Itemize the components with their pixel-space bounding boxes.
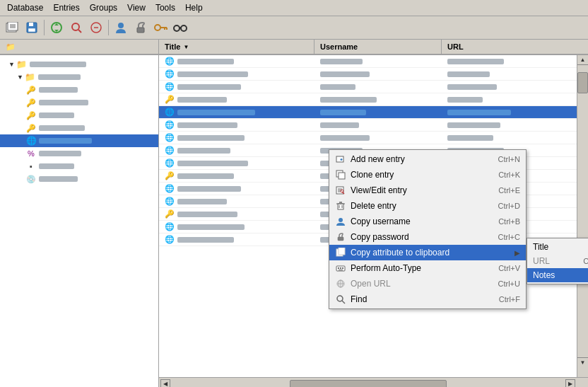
tree-row[interactable]: 💿	[0, 173, 158, 185]
entry-username	[320, 122, 359, 128]
key-entry-icon: 🔑	[165, 95, 175, 104]
ctx-delete-entry[interactable]: Delete entry Ctrl+D	[329, 198, 526, 214]
svg-point-20	[181, 25, 187, 31]
tree-row[interactable]: 🔑	[0, 96, 158, 109]
menu-database[interactable]: Database	[3, 1, 47, 14]
key-entry-icon: 🔑	[165, 209, 175, 219]
lock-small-btn[interactable]	[131, 18, 150, 37]
tree-row[interactable]: 🔑	[0, 122, 158, 134]
hscroll-thumb[interactable]	[290, 380, 447, 388]
ctx-copy-attribute[interactable]: Copy attribute to clipboard ▶	[329, 245, 526, 260]
ctx-copy-password[interactable]: Copy password Ctrl+C	[329, 229, 526, 245]
entry-username-cell	[314, 134, 442, 142]
entry-title-cell: 🌐	[159, 158, 314, 168]
entry-url	[447, 110, 511, 115]
entry-title	[177, 59, 234, 64]
tree-row[interactable]: ▪	[0, 160, 158, 173]
ctx-delete-shortcut: Ctrl+D	[498, 202, 520, 210]
svg-point-9	[72, 23, 79, 30]
tree-row[interactable]: 🔑	[0, 83, 158, 96]
entry-title-cell: 🔑	[159, 209, 314, 219]
sub-notes[interactable]: Notes	[527, 268, 588, 282]
open-url-icon	[335, 278, 346, 289]
list-row[interactable]: 🌐	[159, 119, 577, 132]
menu-entries[interactable]: Entries	[49, 1, 83, 14]
tree-label	[39, 100, 88, 105]
list-row[interactable]: 🔑	[159, 93, 577, 106]
person-btn[interactable]	[112, 18, 130, 37]
tree-label	[30, 62, 86, 67]
globe-entry-icon: 🌐	[165, 197, 175, 206]
entry-title	[177, 237, 234, 243]
ctx-auto-type[interactable]: Perform Auto-Type Ctrl+V	[329, 260, 526, 276]
tree-row[interactable]: %	[0, 147, 158, 160]
entry-url-cell	[442, 108, 577, 117]
col-header-username[interactable]: Username	[314, 40, 442, 54]
globe-entry-icon: 🌐	[165, 108, 175, 117]
col-header-url[interactable]: URL	[442, 40, 577, 54]
edit-btn[interactable]	[87, 18, 105, 37]
svg-rect-21	[179, 27, 182, 29]
sub-title[interactable]: Title	[527, 240, 588, 254]
hscroll-left-btn[interactable]: ◀	[160, 379, 170, 388]
hscroll-right-btn[interactable]: ▶	[565, 379, 575, 388]
list-row[interactable]: 🌐	[159, 55, 577, 68]
new-database-btn[interactable]	[3, 18, 21, 37]
sync-btn[interactable]	[47, 18, 66, 37]
key-icon: 🔑	[25, 122, 37, 134]
ctx-clone-entry[interactable]: Clone entry Ctrl+K	[329, 167, 526, 183]
hscroll-track	[172, 380, 564, 388]
svg-point-19	[174, 25, 180, 31]
tree-row[interactable]: ▼ 📁	[0, 71, 158, 83]
entry-title-cell: 🌐	[159, 133, 314, 142]
list-row[interactable]: 🌐	[159, 81, 577, 93]
entry-url-cell	[442, 121, 577, 129]
vscroll-down-btn[interactable]: ▼	[577, 357, 588, 367]
ctx-delete-label: Delete entry	[351, 201, 494, 211]
col-header-title[interactable]: Title ▼	[159, 40, 314, 54]
entry-title-cell: 🌐	[159, 120, 314, 129]
vscroll-up-btn[interactable]: ▲	[577, 55, 588, 65]
expand-icon: ▼	[17, 74, 23, 81]
menu-tools[interactable]: Tools	[151, 1, 180, 14]
menu-view[interactable]: View	[123, 1, 150, 14]
hscroll-bar[interactable]: ◀ ▶	[159, 377, 588, 387]
entry-url-cell	[442, 96, 577, 104]
tree-row[interactable]: 🔑	[0, 109, 158, 122]
ctx-clone-shortcut: Ctrl+K	[498, 171, 520, 179]
svg-rect-7	[28, 28, 35, 32]
ctx-add-new-entry[interactable]: Add new entry Ctrl+N	[329, 151, 526, 167]
menu-help[interactable]: Help	[181, 1, 207, 14]
hscroll-left-icon: ◀	[163, 381, 167, 387]
main-layout: 📁 ▼ 📁 ▼ 📁 🔑 🔑	[0, 40, 588, 387]
menu-groups[interactable]: Groups	[86, 1, 122, 14]
vscroll-bar[interactable]: ▲ ▼	[577, 55, 588, 377]
entry-username-cell	[314, 83, 442, 91]
toolbar-sep-2	[108, 20, 109, 35]
tree-row[interactable]: ▼ 📁	[0, 58, 158, 71]
list-row-selected[interactable]: 🌐	[159, 106, 577, 119]
ctx-view-edit-label: View/Edit entry	[351, 185, 494, 195]
entry-url-cell	[442, 57, 577, 66]
vscroll-thumb[interactable]	[577, 72, 588, 93]
svg-rect-32	[338, 204, 343, 209]
key-icon: 🔑	[25, 84, 37, 96]
tree-label	[39, 125, 85, 131]
key-toolbar-btn[interactable]	[151, 18, 170, 37]
ctx-find[interactable]: Find Ctrl+F	[329, 291, 526, 307]
hscroll-right-icon: ▶	[568, 381, 572, 387]
tree-row-selected[interactable]: 🌐	[0, 134, 158, 147]
list-row[interactable]: 🌐	[159, 132, 577, 144]
save-database-btn[interactable]	[23, 18, 41, 37]
entry-username	[320, 71, 370, 77]
entry-title	[177, 97, 227, 103]
tree-col-header[interactable]: 📁	[0, 40, 158, 54]
col-url-label: URL	[447, 42, 464, 51]
search-small-btn[interactable]	[67, 18, 86, 37]
binoculars-btn[interactable]	[171, 18, 189, 37]
auto-type-icon	[335, 262, 346, 274]
ctx-copy-username[interactable]: Copy username Ctrl+B	[329, 214, 526, 229]
list-row[interactable]: 🌐	[159, 68, 577, 81]
entry-title	[177, 186, 241, 192]
ctx-view-edit-entry[interactable]: View/Edit entry Ctrl+E	[329, 183, 526, 198]
